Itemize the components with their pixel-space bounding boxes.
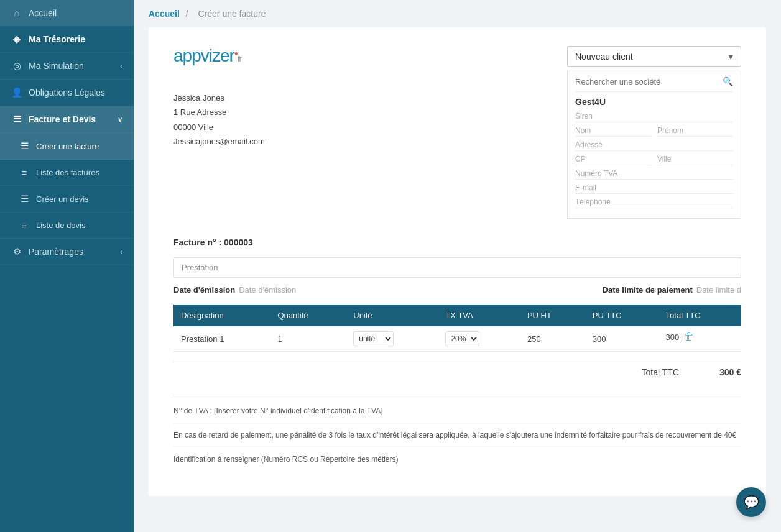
cell-designation[interactable]: Prestation 1 xyxy=(173,326,270,352)
col-tx-tva: TX TVA xyxy=(438,305,520,326)
creer-devis-icon: ☰ xyxy=(19,193,30,204)
sidebar-item-facture-devis[interactable]: ☰ Facture et Devis ∨ xyxy=(0,106,134,133)
col-designation: Désignation xyxy=(173,305,270,326)
liste-factures-icon: ≡ xyxy=(19,167,30,178)
client-phone-field[interactable]: Téléphone xyxy=(575,198,733,208)
cell-quantite[interactable]: 1 xyxy=(270,326,346,352)
client-adresse-row: Adresse xyxy=(575,140,733,151)
sidebar-label-accueil: Accueil xyxy=(29,8,57,18)
table-row: Prestation 1 1 unité 20% 250 300 xyxy=(173,326,741,352)
delete-row-icon[interactable]: 🗑 xyxy=(684,331,694,342)
limit-input[interactable]: Date limite d xyxy=(696,285,741,295)
sidebar-item-obligations[interactable]: 👤 Obligations Légales xyxy=(0,80,134,106)
sidebar-item-creer-devis[interactable]: ☰ Créer un devis xyxy=(0,186,134,213)
footer-notes: N° de TVA : [Insérer votre N° individuel… xyxy=(173,395,741,471)
footer-penalty-note[interactable]: En cas de retard de paiement, une pénali… xyxy=(173,429,741,447)
sidebar-item-liste-factures[interactable]: ≡ Liste des factures xyxy=(0,160,134,186)
client-form: 🔍 Gest4U Siren Nom Prénom Adresse CP xyxy=(567,70,741,219)
sidebar-label-simulation: Ma Simulation xyxy=(29,61,84,71)
obligations-icon: 👤 xyxy=(11,87,22,98)
client-email-field[interactable]: E-mail xyxy=(575,183,733,194)
footer-tva-note[interactable]: N° de TVA : [Insérer votre N° individuel… xyxy=(173,405,741,423)
main-content: Accueil / Créer une facture appvizer●fr … xyxy=(134,0,781,532)
total-value: 300 € xyxy=(704,367,741,377)
client-select[interactable]: Nouveau client xyxy=(567,46,741,67)
client-siren-row: Siren xyxy=(575,112,733,122)
chevron-facture-icon: ∨ xyxy=(118,116,122,124)
sidebar-label-parametrages: Paramètrages xyxy=(29,247,83,257)
client-tva-field[interactable]: Numéro TVA xyxy=(575,169,733,180)
tva-select[interactable]: 20% xyxy=(445,331,479,346)
client-select-wrapper: Nouveau client ▼ xyxy=(567,46,741,67)
client-cp-field[interactable]: CP xyxy=(575,155,651,165)
prestation-label[interactable]: Prestation xyxy=(173,257,741,278)
cell-tx-tva[interactable]: 20% xyxy=(438,326,520,352)
client-siren-field[interactable]: Siren xyxy=(575,112,733,122)
client-adresse-field[interactable]: Adresse xyxy=(575,140,733,151)
cell-unite[interactable]: unité xyxy=(346,326,438,352)
breadcrumb-separator: / xyxy=(186,9,188,19)
sender-city: 00000 Ville xyxy=(173,120,555,134)
parametrages-icon: ⚙ xyxy=(11,246,22,257)
liste-devis-icon: ≡ xyxy=(19,220,30,231)
breadcrumb-current: Créer une facture xyxy=(198,9,266,19)
breadcrumb: Accueil / Créer une facture xyxy=(134,0,781,27)
limit-group: Date limite de paiement Date limite d xyxy=(603,285,741,295)
limit-label: Date limite de paiement xyxy=(603,285,693,295)
simulation-icon: ◎ xyxy=(11,60,22,71)
creer-facture-icon: ☰ xyxy=(19,140,30,152)
breadcrumb-home[interactable]: Accueil xyxy=(149,9,180,19)
invoice-page: appvizer●fr Jessica Jones 1 Rue Adresse … xyxy=(149,27,766,496)
cell-total-ttc[interactable]: 300 🗑 xyxy=(659,326,741,347)
sidebar-item-simulation[interactable]: ◎ Ma Simulation ‹ xyxy=(0,53,134,80)
footer-identification-note[interactable]: Identification à renseigner (Numéro RCS … xyxy=(173,454,741,471)
sender-address: 1 Rue Adresse xyxy=(173,105,555,119)
invoice-table: Désignation Quantité Unité TX TVA PU HT … xyxy=(173,305,741,352)
client-nom-prenom-row: Nom Prénom xyxy=(575,126,733,137)
col-pu-ht: PU HT xyxy=(520,305,585,326)
emission-input[interactable]: Date d'émission xyxy=(239,285,296,295)
client-tva-row: Numéro TVA xyxy=(575,169,733,180)
chevron-simulation-icon: ‹ xyxy=(120,62,122,70)
cell-pu-ttc[interactable]: 300 xyxy=(585,326,659,352)
sidebar-label-liste-devis: Liste de devis xyxy=(36,221,86,230)
client-search-row: 🔍 xyxy=(575,76,733,92)
chevron-parametrages-icon: ‹ xyxy=(120,248,122,255)
col-quantite: Quantité xyxy=(270,305,346,326)
invoice-number: Facture n° : 000003 xyxy=(173,237,741,247)
client-cp-ville-row: CP Ville xyxy=(575,155,733,165)
emission-group: Date d'émission Date d'émission xyxy=(173,285,296,295)
sidebar-label-obligations: Obligations Légales xyxy=(29,88,105,98)
chat-icon: 💬 xyxy=(744,495,759,510)
client-section: Nouveau client ▼ 🔍 Gest4U Siren Nom xyxy=(567,46,741,219)
client-nom-field[interactable]: Nom xyxy=(575,126,651,137)
emission-label: Date d'émission xyxy=(173,285,235,295)
client-company-name: Gest4U xyxy=(575,97,733,107)
date-row: Date d'émission Date d'émission Date lim… xyxy=(173,285,741,295)
sidebar-item-creer-facture[interactable]: ☰ Créer une facture xyxy=(0,133,134,160)
chat-widget[interactable]: 💬 xyxy=(736,487,766,517)
top-section: appvizer●fr Jessica Jones 1 Rue Adresse … xyxy=(173,46,741,219)
unite-select[interactable]: unité xyxy=(353,331,394,346)
sidebar-item-parametrages[interactable]: ⚙ Paramètrages ‹ xyxy=(0,239,134,265)
client-email-row: E-mail xyxy=(575,183,733,194)
client-ville-field[interactable]: Ville xyxy=(657,155,733,165)
col-total-ttc: Total TTC xyxy=(659,305,741,326)
col-unite: Unité xyxy=(346,305,438,326)
client-search-input[interactable] xyxy=(575,77,723,86)
sidebar-label-tresorerie: Ma Trésorerie xyxy=(29,34,85,44)
sidebar-label-liste-factures: Liste des factures xyxy=(36,168,99,177)
search-icon[interactable]: 🔍 xyxy=(723,76,733,86)
total-row: Total TTC 300 € xyxy=(173,362,741,382)
tresorerie-icon: ◈ xyxy=(11,34,22,45)
logo: appvizer●fr xyxy=(173,46,241,65)
sender-section: appvizer●fr Jessica Jones 1 Rue Adresse … xyxy=(173,46,555,219)
sidebar-item-liste-devis[interactable]: ≡ Liste de devis xyxy=(0,213,134,239)
cell-pu-ht[interactable]: 250 xyxy=(520,326,585,352)
client-prenom-field[interactable]: Prénom xyxy=(657,126,733,137)
sidebar-item-accueil[interactable]: ⌂ Accueil xyxy=(0,0,134,26)
sidebar-item-tresorerie[interactable]: ◈ Ma Trésorerie xyxy=(0,26,134,53)
col-pu-ttc: PU TTC xyxy=(585,305,659,326)
home-icon: ⌂ xyxy=(11,7,22,18)
facture-icon: ☰ xyxy=(11,114,22,125)
